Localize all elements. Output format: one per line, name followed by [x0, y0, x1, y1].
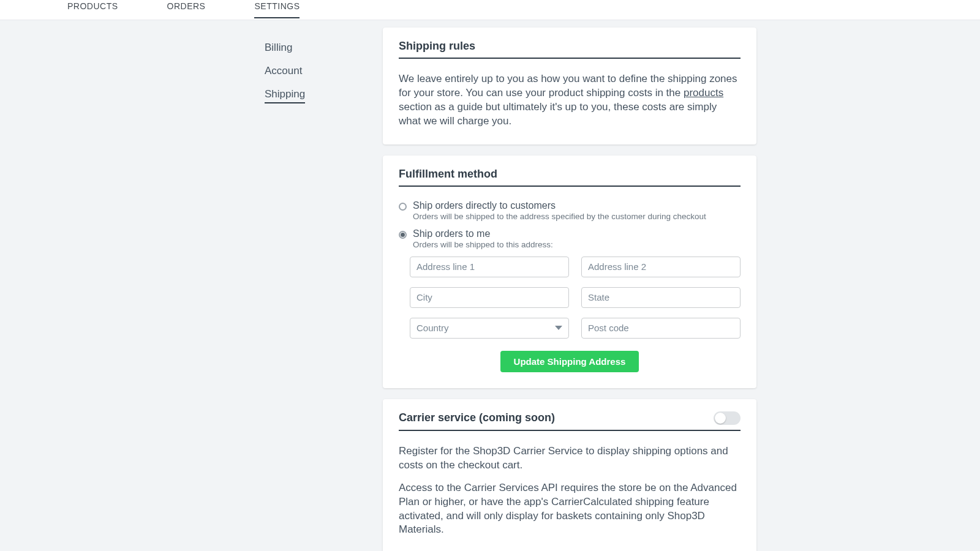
radio-label: Ship orders directly to customers — [413, 200, 706, 211]
placeholder-text: City — [417, 292, 432, 302]
sidebar-item-label: Billing — [265, 42, 292, 53]
city-input[interactable]: City — [410, 287, 569, 308]
top-nav: PRODUCTS ORDERS SETTINGS — [0, 0, 980, 20]
chevron-down-icon — [555, 326, 562, 330]
placeholder-text: Post code — [588, 323, 629, 333]
fulfillment-title: Fulfillment method — [399, 168, 497, 181]
shipping-rules-text: We leave entirely up to you as how you w… — [399, 72, 741, 129]
fulfillment-radio-group: Ship orders directly to customers Orders… — [399, 200, 741, 249]
sidebar-item-billing[interactable]: Billing — [265, 36, 383, 59]
radio-label: Ship orders to me — [413, 228, 553, 239]
nav-settings[interactable]: SETTINGS — [254, 0, 300, 18]
fulfillment-card: Fulfillment method Ship orders directly … — [383, 156, 756, 388]
carrier-service-card: Carrier service (coming soon) Register f… — [383, 399, 756, 551]
address-line-1-input[interactable]: Address line 1 — [410, 257, 569, 277]
placeholder-text: State — [588, 292, 609, 302]
state-input[interactable]: State — [581, 287, 741, 308]
postcode-input[interactable]: Post code — [581, 318, 741, 339]
products-link[interactable]: products — [684, 87, 723, 99]
shipping-rules-text-b: section as a guide but ultimately it's u… — [399, 101, 717, 127]
carrier-service-title: Carrier service (coming soon) — [399, 411, 555, 424]
shipping-rules-card: Shipping rules We leave entirely up to y… — [383, 28, 756, 144]
settings-content: Shipping rules We leave entirely up to y… — [383, 28, 756, 551]
shipping-rules-title: Shipping rules — [399, 40, 475, 53]
placeholder-text: Country — [417, 323, 449, 333]
radio-sublabel: Orders will be shipped to this address: — [413, 240, 553, 249]
nav-products[interactable]: PRODUCTS — [67, 0, 118, 17]
settings-sidebar: Billing Account Shipping — [0, 28, 383, 551]
address-form: Address line 1 Address line 2 City State… — [399, 257, 741, 339]
radio-icon — [399, 203, 407, 211]
radio-ship-to-customers[interactable]: Ship orders directly to customers Orders… — [399, 200, 741, 221]
sidebar-item-shipping[interactable]: Shipping — [265, 83, 383, 106]
sidebar-item-label: Account — [265, 65, 302, 77]
address-line-2-input[interactable]: Address line 2 — [581, 257, 741, 277]
update-shipping-address-button[interactable]: Update Shipping Address — [500, 351, 639, 372]
sidebar-item-label: Shipping — [265, 88, 305, 103]
placeholder-text: Address line 1 — [417, 261, 475, 272]
radio-ship-to-me[interactable]: Ship orders to me Orders will be shipped… — [399, 228, 741, 249]
carrier-service-p1: Register for the Shop3D Carrier Service … — [399, 444, 741, 473]
country-select[interactable]: Country — [410, 318, 569, 339]
radio-icon — [399, 231, 407, 239]
carrier-service-toggle[interactable] — [714, 411, 741, 425]
carrier-service-p2: Access to the Carrier Services API requi… — [399, 481, 741, 538]
radio-sublabel: Orders will be shipped to the address sp… — [413, 212, 706, 221]
placeholder-text: Address line 2 — [588, 261, 646, 272]
sidebar-item-account[interactable]: Account — [265, 59, 383, 83]
nav-orders[interactable]: ORDERS — [167, 0, 206, 17]
